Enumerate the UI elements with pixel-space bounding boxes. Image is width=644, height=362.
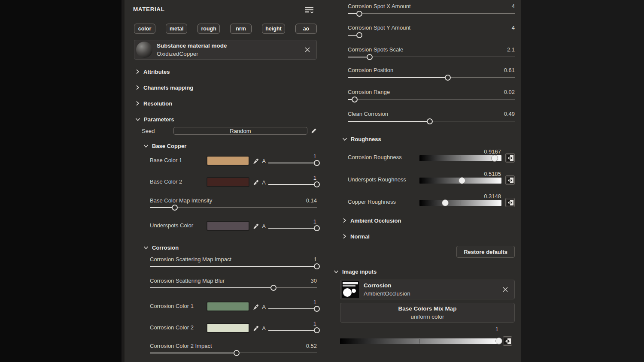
corrosion-range-slider[interactable] [348,96,515,103]
panel-menu-icon[interactable] [305,6,314,14]
eyedropper-icon[interactable] [253,180,259,186]
swap-range-button[interactable] [505,153,515,163]
slider-handle[interactable] [270,285,276,291]
corrosion-position-slider[interactable] [348,74,515,81]
restore-defaults-button[interactable]: Restore defaults [456,246,515,258]
corrosion-color-2-impact-slider[interactable] [150,350,317,356]
close-icon[interactable] [501,285,510,294]
material-panel: MATERIAL color metal rough nrm height ao… [122,0,521,362]
section-channels-mapping[interactable]: Channels mapping [133,84,317,91]
section-base-copper[interactable]: Base Copper [133,142,317,150]
swap-range-button[interactable] [503,336,512,346]
alpha-slider[interactable] [268,306,317,312]
section-corrosion[interactable]: Corrosion [133,244,317,251]
param-label: Corrosion Position [348,67,504,73]
channel-button-height[interactable]: height [262,24,285,34]
chevron-down-icon [342,137,347,142]
mix-map-gradient-slider[interactable] [340,338,499,344]
channel-button-rough[interactable]: rough [197,24,219,34]
slider-handle[interactable] [314,225,320,231]
alpha-slider-box: 1 [268,153,317,166]
base-colors-mix-map-button[interactable]: Base Colors Mix Map uniform color [340,303,515,323]
alpha-label: A [262,179,266,186]
alpha-slider[interactable] [268,225,317,231]
corrosion-spots-scale-slider[interactable] [348,54,515,60]
substance-material-card[interactable]: Substance material mode OxidizedCopper [134,40,317,60]
slider-handle[interactable] [367,54,373,60]
color-swatch[interactable] [207,221,249,231]
alpha-slider[interactable] [268,327,317,333]
slider-handle[interactable] [314,181,320,187]
section-normal[interactable]: Normal [334,232,515,240]
slider-handle[interactable] [459,177,465,184]
alpha-slider[interactable] [268,160,317,166]
eyedropper-icon[interactable] [253,158,259,165]
corrosion-image-input-card[interactable]: Corrosion AmbientOcclusion [340,280,515,299]
eyedropper-icon[interactable] [253,304,259,311]
base-color-map-intensity-slider[interactable] [150,204,317,211]
section-roughness[interactable]: Roughness [334,135,515,143]
slider-handle[interactable] [491,155,498,162]
underspots-color-row: Underspots Color A 1 [150,217,317,231]
clean-corrosion-slider[interactable] [348,118,515,125]
slider-handle[interactable] [356,32,362,38]
underspots-roughness-gradient-slider[interactable] [419,178,501,184]
swap-range-button[interactable] [505,175,515,185]
chevron-right-icon [135,101,140,106]
corrosion-spot-y-amount-slider[interactable] [348,32,515,39]
slider-handle[interactable] [172,205,178,211]
slider-handle[interactable] [234,350,240,356]
section-resolution[interactable]: Resolution [133,100,317,107]
slider-handle[interactable] [352,97,358,103]
slider-handle[interactable] [442,199,449,206]
slider-handle[interactable] [445,75,451,81]
channel-button-color[interactable]: color [134,24,155,34]
corrosion-scattering-map-blur-slider[interactable] [150,284,317,291]
param-value: 2.1 [507,46,515,53]
slider-handle[interactable] [314,160,320,166]
channel-button-metal[interactable]: metal [166,24,187,34]
chevron-right-icon [342,218,347,223]
section-attributes[interactable]: Attributes [133,68,317,75]
channel-button-nrm[interactable]: nrm [230,24,252,34]
chevron-down-icon [143,245,149,250]
alpha-label: A [262,158,266,164]
chevron-down-icon [135,117,140,122]
pencil-edit-icon[interactable] [311,128,317,134]
corrosion-color-2-row: Corrosion Color 2 A 1 [150,320,317,333]
color-swatch[interactable] [207,302,249,311]
eyedropper-icon[interactable] [253,326,259,332]
base-color-2-row: Base Color 2 A 1 [150,174,317,187]
seed-random-button[interactable]: Random [173,127,307,135]
section-ambient-occlusion[interactable]: Ambient Occlusion [334,217,515,224]
corrosion-roughness-row: Corrosion Roughness 0.9167 [348,148,515,161]
slider-handle[interactable] [314,263,320,269]
slider-handle[interactable] [356,11,362,17]
swap-range-button[interactable] [505,198,515,207]
section-parameters[interactable]: Parameters [133,115,317,123]
color-swatch[interactable] [207,323,249,333]
slider-handle[interactable] [495,338,502,344]
section-image-inputs[interactable]: Image inputs [334,268,515,275]
param-value: 0.9167 [419,148,501,155]
corrosion-spot-x-amount-slider[interactable] [348,10,515,17]
eyedropper-icon[interactable] [253,223,259,230]
restore-defaults-row: Restore defaults [334,246,515,258]
corrosion-roughness-gradient-slider[interactable] [419,155,501,161]
right-letterbox [521,0,644,362]
slider-handle[interactable] [314,327,320,333]
color-swatch[interactable] [207,156,249,166]
color-swatch[interactable] [207,177,249,187]
ao-map-thumbnail [342,281,359,298]
section-label: Attributes [143,69,170,75]
alpha-slider[interactable] [268,181,317,187]
slider-handle[interactable] [314,306,320,312]
channel-button-ao[interactable]: ao [295,24,317,34]
input-subtitle: AmbientOcclusion [364,290,501,297]
copper-roughness-gradient-slider[interactable] [419,200,501,206]
param-value: 30 [311,278,317,284]
corrosion-scattering-map-impact-slider[interactable] [150,263,317,270]
alpha-slider-box: 1 [268,175,317,187]
close-icon[interactable] [303,45,312,54]
slider-handle[interactable] [427,118,433,124]
